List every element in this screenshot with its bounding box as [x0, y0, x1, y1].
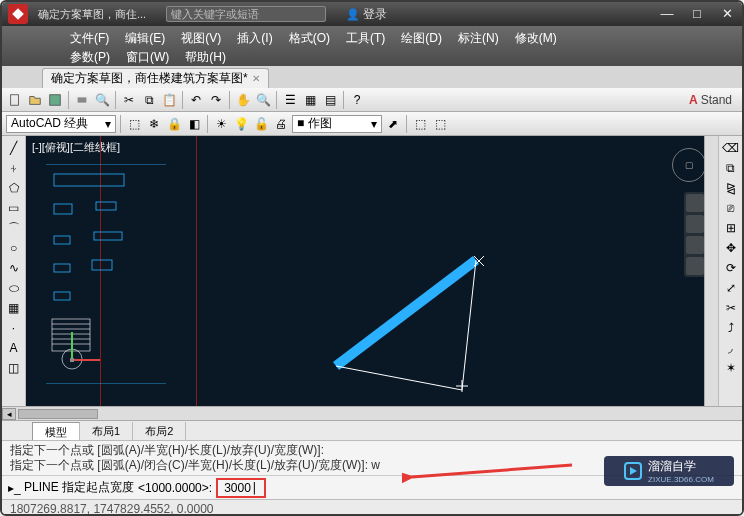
pline-icon[interactable]: ⍭ [6, 160, 22, 176]
svg-rect-7 [94, 232, 122, 240]
chevron-down-icon: ▾ [371, 117, 377, 131]
zoom-icon[interactable]: 🔍 [254, 91, 272, 109]
app-icon[interactable] [8, 4, 28, 24]
maximize-button[interactable]: □ [682, 3, 712, 25]
extend-icon[interactable]: ⤴ [723, 320, 739, 336]
scroll-thumb[interactable] [18, 409, 98, 419]
copy-icon[interactable]: ⧉ [140, 91, 158, 109]
help-icon[interactable]: ? [348, 91, 366, 109]
mirror-icon[interactable]: ⧎ [723, 180, 739, 196]
workspace-dropdown[interactable]: AutoCAD 经典▾ [6, 115, 116, 133]
polygon-icon[interactable]: ⬠ [6, 180, 22, 196]
arc-icon[interactable]: ⌒ [6, 220, 22, 236]
move-icon[interactable]: ✥ [723, 240, 739, 256]
minimize-button[interactable]: — [652, 3, 682, 25]
redo-icon[interactable]: ↷ [207, 91, 225, 109]
new-icon[interactable] [6, 91, 24, 109]
layer-props-icon[interactable]: ⬚ [125, 115, 143, 133]
menu-parametric[interactable]: 参数(P) [62, 47, 118, 65]
content-area: ╱ ⍭ ⬠ ▭ ⌒ ○ ∿ ⬭ ▦ · A ◫ [-][俯视][二维线框] [2, 136, 742, 406]
region-icon[interactable]: ◫ [6, 360, 22, 376]
svg-rect-3 [54, 174, 124, 186]
design-center-icon[interactable]: ▦ [301, 91, 319, 109]
tab-model[interactable]: 模型 [32, 422, 80, 440]
cut-icon[interactable]: ✂ [120, 91, 138, 109]
tab-layout2[interactable]: 布局2 [133, 422, 186, 440]
spline-icon[interactable]: ∿ [6, 260, 22, 276]
close-button[interactable]: ✕ [712, 3, 742, 25]
menu-tools[interactable]: 工具(T) [338, 28, 393, 46]
undo-icon[interactable]: ↶ [187, 91, 205, 109]
explode-icon[interactable]: ✶ [723, 360, 739, 376]
open-icon[interactable] [26, 91, 44, 109]
document-tab[interactable]: 确定方案草图，商住楼建筑方案草图* ✕ [42, 68, 269, 88]
viewport-label[interactable]: [-][俯视][二维线框] [32, 140, 120, 155]
point-icon[interactable]: · [6, 320, 22, 336]
erase-icon[interactable]: ⌫ [723, 140, 739, 156]
layer-dropdown[interactable]: ■ 作图▾ [292, 115, 382, 133]
array-icon[interactable]: ⊞ [723, 220, 739, 236]
paste-icon[interactable]: 📋 [160, 91, 178, 109]
tool-palettes-icon[interactable]: ▤ [321, 91, 339, 109]
circle-icon[interactable]: ○ [6, 240, 22, 256]
nav-orbit-icon[interactable] [686, 257, 704, 275]
nav-wheel-icon[interactable] [686, 194, 704, 212]
scale-icon[interactable]: ⤢ [723, 280, 739, 296]
properties-icon[interactable]: ☰ [281, 91, 299, 109]
hatch-icon[interactable]: ▦ [6, 300, 22, 316]
menu-insert[interactable]: 插入(I) [229, 28, 280, 46]
layer-lock-icon[interactable]: 🔒 [165, 115, 183, 133]
viewcube[interactable]: ▢ [672, 148, 706, 182]
coordinates: 1807269.8817, 1747829.4552, 0.0000 [10, 502, 214, 516]
menu-view[interactable]: 视图(V) [173, 28, 229, 46]
fillet-icon[interactable]: ◞ [723, 340, 739, 356]
copy2-icon[interactable]: ⧉ [723, 160, 739, 176]
menu-help[interactable]: 帮助(H) [177, 47, 234, 65]
layer-freeze-icon[interactable]: ❄ [145, 115, 163, 133]
cmd-input[interactable]: 3000| [216, 478, 266, 498]
scrollbar-vertical[interactable] [704, 136, 718, 406]
rotate-icon[interactable]: ⟳ [723, 260, 739, 276]
print-icon[interactable] [73, 91, 91, 109]
layer-match-icon[interactable]: ⬈ [384, 115, 402, 133]
scroll-left-icon[interactable]: ◂ [2, 408, 16, 420]
offset-icon[interactable]: ⎚ [723, 200, 739, 216]
rect-icon[interactable]: ▭ [6, 200, 22, 216]
svg-rect-8 [54, 264, 70, 272]
sun-icon[interactable]: ☀ [212, 115, 230, 133]
line-icon[interactable]: ╱ [6, 140, 22, 156]
status-bar: 1807269.8817, 1747829.4552, 0.0000 [2, 499, 742, 516]
play-icon [624, 462, 642, 480]
misc-2-icon[interactable]: ⬚ [431, 115, 449, 133]
menu-draw[interactable]: 绘图(D) [393, 28, 450, 46]
trim-icon[interactable]: ✂ [723, 300, 739, 316]
ellipse-icon[interactable]: ⬭ [6, 280, 22, 296]
tab-close-icon[interactable]: ✕ [252, 73, 260, 84]
save-icon[interactable] [46, 91, 64, 109]
tab-layout1[interactable]: 布局1 [80, 422, 133, 440]
active-pline [306, 236, 566, 406]
layer-color-icon[interactable]: ◧ [185, 115, 203, 133]
lock2-icon[interactable]: 🔓 [252, 115, 270, 133]
menu-file[interactable]: 文件(F) [62, 28, 117, 46]
svg-line-22 [336, 366, 462, 390]
chevron-down-icon: ▾ [105, 117, 111, 131]
bulb-icon[interactable]: 💡 [232, 115, 250, 133]
plot-icon[interactable]: 🖨 [272, 115, 290, 133]
pan-icon[interactable]: ✋ [234, 91, 252, 109]
nav-pan-icon[interactable] [686, 215, 704, 233]
svg-line-21 [462, 260, 476, 390]
nav-zoom-icon[interactable] [686, 236, 704, 254]
menu-dimension[interactable]: 标注(N) [450, 28, 507, 46]
misc-1-icon[interactable]: ⬚ [411, 115, 429, 133]
drawing-canvas[interactable]: [-][俯视][二维线框] [26, 136, 718, 406]
preview-icon[interactable]: 🔍 [93, 91, 111, 109]
menu-window[interactable]: 窗口(W) [118, 47, 177, 65]
text-icon[interactable]: A [6, 340, 22, 356]
search-input[interactable]: 键入关键字或短语 [166, 6, 326, 22]
scrollbar-horizontal[interactable]: ◂ [2, 406, 742, 420]
menu-format[interactable]: 格式(O) [281, 28, 338, 46]
login-link[interactable]: 👤 登录 [346, 6, 387, 23]
menu-modify[interactable]: 修改(M) [507, 28, 565, 46]
menu-edit[interactable]: 编辑(E) [117, 28, 173, 46]
